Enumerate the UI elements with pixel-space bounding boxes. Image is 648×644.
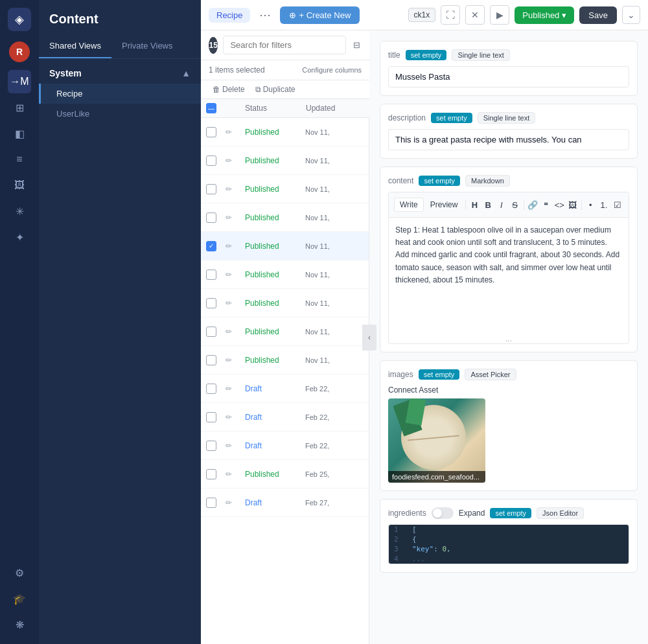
- content-editor-body[interactable]: Step 1: Heat 1 tablespoon olive oil in a…: [389, 218, 629, 334]
- sidebar-icon-settings[interactable]: ⚙: [8, 561, 31, 584]
- edit-icon[interactable]: ✏: [226, 242, 245, 251]
- date-text: Nov 11,: [305, 242, 364, 250]
- play-button[interactable]: ▶: [490, 5, 509, 25]
- avatar[interactable]: R: [9, 41, 30, 62]
- title-input[interactable]: [388, 66, 629, 87]
- edit-icon[interactable]: ✏: [226, 413, 245, 422]
- fullscreen-button[interactable]: ⛶: [441, 5, 460, 25]
- search-input[interactable]: [223, 36, 346, 54]
- sidebar-icon-arrow[interactable]: →M: [8, 70, 31, 93]
- italic-button[interactable]: I: [496, 196, 508, 213]
- images-set-empty-button[interactable]: set empty: [419, 369, 460, 380]
- updated-col-header[interactable]: Updated: [306, 104, 364, 113]
- sidebar-icon-layers[interactable]: ◧: [8, 122, 31, 145]
- edit-icon[interactable]: ✏: [226, 270, 245, 279]
- quote-button[interactable]: ❝: [540, 196, 552, 213]
- row-checkbox[interactable]: [206, 213, 216, 223]
- sidebar-icon-image[interactable]: 🖼: [8, 174, 31, 197]
- row-checkbox[interactable]: [206, 327, 216, 337]
- heading-button[interactable]: H: [469, 196, 481, 213]
- edit-icon[interactable]: ✏: [226, 356, 245, 365]
- collapse-panel-button[interactable]: ‹: [362, 325, 376, 351]
- sidebar-icon-star[interactable]: ✦: [8, 225, 31, 249]
- write-tab[interactable]: Write: [394, 198, 424, 212]
- edit-icon[interactable]: ✏: [226, 213, 245, 222]
- description-input[interactable]: [388, 129, 629, 150]
- close-button[interactable]: ✕: [465, 5, 485, 25]
- row-checkbox[interactable]: [206, 498, 216, 508]
- delete-button[interactable]: 🗑 Delete: [209, 83, 249, 96]
- date-text: Nov 11,: [305, 328, 364, 336]
- code-button[interactable]: <>: [553, 196, 566, 213]
- sidebar-icon-education[interactable]: 🎓: [8, 587, 31, 610]
- expand-button[interactable]: ⌄: [622, 6, 640, 24]
- sidebar-icon-list[interactable]: ≡: [8, 148, 31, 171]
- row-checkbox[interactable]: [206, 270, 216, 280]
- expand-toggle-row: Expand: [432, 507, 485, 519]
- published-button[interactable]: Published ▾: [515, 6, 574, 24]
- edit-icon[interactable]: ✏: [226, 498, 245, 507]
- bold-button[interactable]: B: [482, 196, 494, 213]
- duplicate-button[interactable]: ⧉ Duplicate: [251, 83, 299, 96]
- task-list-button[interactable]: ☑: [611, 196, 623, 213]
- select-all-checkbox[interactable]: —: [206, 103, 216, 113]
- row-checkbox[interactable]: [206, 184, 216, 194]
- create-new-button[interactable]: ⊕ + Create New: [280, 6, 360, 24]
- row-checkbox[interactable]: [206, 469, 216, 479]
- edit-icon[interactable]: ✏: [226, 470, 245, 479]
- image-button[interactable]: 🖼: [567, 196, 579, 213]
- filter-icon[interactable]: ⊟: [351, 36, 362, 54]
- app-logo[interactable]: ◈: [8, 8, 31, 31]
- description-set-empty-button[interactable]: set empty: [431, 113, 472, 123]
- json-editor[interactable]: 1 [ 2 { 3 "key": 0, 4 ...: [388, 524, 629, 564]
- logo-icon: ◈: [15, 12, 24, 27]
- table-row: ✏ Published Nov 11,: [201, 118, 369, 146]
- configure-columns-button[interactable]: Configure columns: [302, 66, 362, 74]
- edit-icon[interactable]: ✏: [226, 128, 245, 137]
- row-checkbox[interactable]: [206, 155, 216, 166]
- preview-tab[interactable]: Preview: [425, 198, 463, 211]
- edit-icon[interactable]: ✏: [226, 384, 245, 393]
- row-checkbox[interactable]: [206, 412, 216, 422]
- sidebar-icon-grid[interactable]: ⊞: [8, 96, 31, 119]
- ck1x-badge: ck1x: [408, 8, 436, 22]
- save-button[interactable]: Save: [579, 6, 617, 24]
- row-checkbox[interactable]: [206, 355, 216, 365]
- strikethrough-button[interactable]: S: [509, 196, 521, 213]
- unordered-list-button[interactable]: •: [584, 196, 597, 213]
- ingredients-label: ingredients: [388, 509, 426, 518]
- tab-private-views[interactable]: Private Views: [111, 34, 183, 58]
- edit-icon[interactable]: ✏: [226, 441, 245, 450]
- nav-item-recipe[interactable]: Recipe: [39, 84, 201, 104]
- edit-icon[interactable]: ✏: [226, 185, 245, 194]
- title-set-empty-button[interactable]: set empty: [406, 50, 447, 60]
- edit-icon[interactable]: ✏: [226, 299, 245, 308]
- ordered-list-button[interactable]: 1.: [598, 196, 610, 213]
- table-row: ✏ Published Nov 11,: [201, 317, 369, 346]
- status-col-header[interactable]: Status: [245, 104, 306, 113]
- asset-image[interactable]: foodiesfeed.com_seafood...: [388, 398, 485, 483]
- tab-shared-views[interactable]: Shared Views: [39, 34, 111, 58]
- nav-item-userlike[interactable]: UserLike: [39, 104, 201, 124]
- row-checkbox[interactable]: ✓: [206, 241, 216, 251]
- edit-icon[interactable]: ✏: [226, 156, 245, 165]
- description-label: description: [388, 113, 426, 122]
- more-options-button[interactable]: ⋯: [255, 6, 275, 23]
- table-row: ✏ Draft Feb 22,: [201, 374, 369, 403]
- expand-toggle[interactable]: [432, 507, 454, 519]
- row-checkbox[interactable]: [206, 127, 216, 137]
- nav-section-collapse[interactable]: ▲: [181, 68, 191, 78]
- sidebar-icon-plugin[interactable]: ✳: [8, 200, 31, 223]
- ingredients-set-empty-button[interactable]: set empty: [490, 508, 531, 518]
- row-checkbox[interactable]: [206, 384, 216, 394]
- row-checkbox[interactable]: [206, 441, 216, 451]
- table-row: ✏ Draft Feb 22,: [201, 403, 369, 431]
- link-button[interactable]: 🔗: [527, 196, 539, 213]
- date-text: Nov 11,: [305, 128, 364, 136]
- row-checkbox[interactable]: [206, 298, 216, 308]
- table-row: ✏ Published Nov 11,: [201, 175, 369, 203]
- sidebar-icon-extensions[interactable]: ❋: [8, 613, 31, 636]
- edit-icon[interactable]: ✏: [226, 327, 245, 336]
- filter-bar: 15 ⊟: [201, 30, 369, 60]
- content-set-empty-button[interactable]: set empty: [419, 176, 460, 186]
